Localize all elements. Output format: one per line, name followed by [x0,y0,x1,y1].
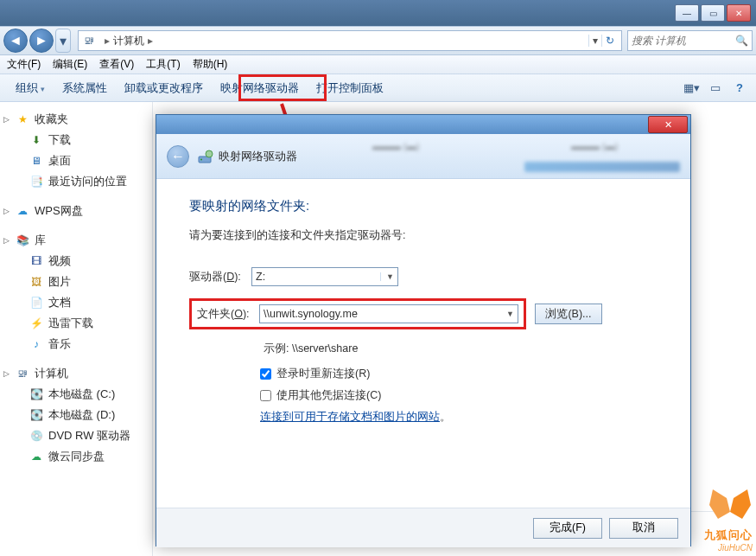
documents-icon: 📄 [29,296,43,310]
finish-button[interactable]: 完成(F) [533,518,602,539]
menu-edit[interactable]: 编辑(E) [53,57,87,72]
othercred-checkbox[interactable] [260,390,271,401]
chevron-down-icon: ▼ [506,310,514,318]
hdd-icon: 💽 [29,387,43,401]
svg-marker-10 [730,489,751,519]
library-icon: 📚 [16,233,29,247]
svg-point-7 [206,150,213,157]
menu-help[interactable]: 帮助(H) [193,57,228,72]
window-titlebar: — ▭ ✕ [0,0,756,26]
chevron-down-icon: ▼ [380,272,394,281]
hdd-icon: 💽 [29,408,43,422]
computer-icon: 🖳 [82,34,96,48]
nav-history-button[interactable]: ▾ [55,29,71,53]
svg-point-8 [200,158,202,160]
map-network-drive-button[interactable]: 映射网络驱动器 [212,77,308,99]
dialog-body: 要映射的网络文件夹: 请为要连接到的连接和文件夹指定驱动器号: 驱动器(D): … [156,179,690,508]
menu-tools[interactable]: 工具(T) [146,57,180,72]
chevron-right-icon: ▸ [148,35,153,47]
sidebar-item-documents[interactable]: 📄文档 [0,292,152,313]
sidebar-libraries-header[interactable]: ▷📚库 [0,230,152,251]
help-icon[interactable]: ? [730,79,749,98]
network-drive-icon [198,149,213,164]
view-mode-icon[interactable]: ▦▾ [682,79,701,98]
menu-file[interactable]: 文件(F) [7,57,41,72]
system-properties-button[interactable]: 系统属性 [54,77,116,99]
nav-bar: ◄ ► ▾ 🖳 ▸ 计算机 ▸ ▾ ↻ 搜索 计算机 🔍 [0,26,756,55]
reconnect-label: 登录时重新连接(R) [276,367,370,381]
map-network-drive-dialog: ✕ ← 映射网络驱动器 ▬▬▬ (▬) ▬▬▬ (▬) 要映射的网络文件夹: 请… [156,114,691,546]
refresh-icon[interactable]: ↻ [601,35,618,47]
example-text: 示例: \\server\share [264,342,663,356]
cloud-sync-icon: ☁ [29,450,43,463]
watermark-sub: JiuHuCN [704,543,753,553]
sidebar-computer-header[interactable]: ▷🖳计算机 [0,363,152,384]
dialog-close-button[interactable]: ✕ [648,116,688,133]
address-dropdown-icon[interactable]: ▾ [588,35,601,47]
folder-row: 文件夹(O): \\unwit.synology.me ▼ 浏览(B)... [189,298,663,329]
open-control-panel-button[interactable]: 打开控制面板 [308,77,392,99]
address-bar[interactable]: 🖳 ▸ 计算机 ▸ ▾ ↻ [78,30,622,51]
pictures-icon: 🖼 [29,275,43,289]
breadcrumb-computer[interactable]: 计算机 [113,34,144,48]
sidebar-item-dvd[interactable]: 💿DVD RW 驱动器 [0,425,152,446]
sidebar-item-desktop[interactable]: 🖥桌面 [0,150,152,171]
maximize-button[interactable]: ▭ [701,4,725,22]
dialog-description: 请为要连接到的连接和文件夹指定驱动器号: [189,228,663,243]
sidebar-item-downloads[interactable]: ⬇下载 [0,130,152,150]
sidebar-item-videos[interactable]: 🎞视频 [0,251,152,272]
svg-marker-9 [709,489,730,519]
folder-value: \\unwit.synology.me [264,308,358,320]
dialog-back-button[interactable]: ← [167,145,189,168]
sidebar-item-recent[interactable]: 📑最近访问的位置 [0,171,152,192]
dialog-titlebar[interactable]: ✕ [156,115,690,134]
drive-label: 驱动器(D): [189,270,251,284]
sidebar-item-drive-c[interactable]: 💽本地磁盘 (C:) [0,384,152,405]
link-row: 连接到可用于存储文档和图片的网站。 [260,410,663,425]
annotation-highlight-folder: 文件夹(O): \\unwit.synology.me ▼ [189,298,526,329]
sidebar-wps-header[interactable]: ▷☁WPS网盘 [0,201,152,221]
sidebar-item-pictures[interactable]: 🖼图片 [0,272,152,292]
folder-input[interactable]: \\unwit.synology.me ▼ [259,304,518,323]
chevron-right-icon: ▸ [105,35,110,47]
drive-value: Z: [256,271,265,283]
reconnect-checkbox-row: 登录时重新连接(R) [260,367,663,381]
recent-icon: 📑 [29,175,43,189]
reconnect-checkbox[interactable] [260,368,271,380]
forward-button[interactable]: ► [29,29,54,53]
command-bar: 组织 系统属性 卸载或更改程序 映射网络驱动器 打开控制面板 ▦▾ ▭ ? [0,74,756,102]
sidebar-item-drive-d[interactable]: 💽本地磁盘 (D:) [0,405,152,425]
dialog-footer: 完成(F) 取消 [156,508,690,547]
organize-button[interactable]: 组织 [7,77,54,99]
cloud-icon: ☁ [16,204,29,218]
cancel-button[interactable]: 取消 [609,518,678,539]
preview-pane-icon[interactable]: ▭ [706,79,725,98]
favorites-icon: ★ [16,112,29,126]
minimize-button[interactable]: — [675,4,699,22]
othercred-checkbox-row: 使用其他凭据连接(C) [260,388,663,403]
search-placeholder: 搜索 计算机 [632,34,686,48]
menu-bar: 文件(F) 编辑(E) 查看(V) 工具(T) 帮助(H) [0,55,756,74]
drive-select[interactable]: Z: ▼ [251,267,398,286]
menu-view[interactable]: 查看(V) [99,57,134,72]
watermark: 九狐问心 JiuHuCN [704,486,753,553]
uninstall-programs-button[interactable]: 卸载或更改程序 [116,77,212,99]
computer-icon: 🖳 [16,367,29,380]
search-icon: 🔍 [735,35,748,47]
browse-button[interactable]: 浏览(B)... [535,304,602,324]
nav-pane: ▷★收藏夹 ⬇下载 🖥桌面 📑最近访问的位置 ▷☁WPS网盘 ▷📚库 🎞视频 🖼… [0,102,153,556]
dialog-heading: 要映射的网络文件夹: [189,198,663,214]
othercred-label: 使用其他凭据连接(C) [276,388,381,403]
sidebar-favorites-header[interactable]: ▷★收藏夹 [0,109,152,130]
sidebar-item-cloud-sync[interactable]: ☁微云同步盘 [0,446,152,467]
desktop-icon: 🖥 [29,154,43,168]
close-button[interactable]: ✕ [727,4,751,22]
connect-website-link[interactable]: 连接到可用于存储文档和图片的网站 [260,411,440,423]
back-button[interactable]: ◄ [3,29,28,53]
download-icon: ⬇ [29,133,43,147]
drive-row: 驱动器(D): Z: ▼ [189,267,663,286]
sidebar-item-thunder[interactable]: ⚡迅雷下载 [0,313,152,334]
sidebar-item-music[interactable]: ♪音乐 [0,334,152,355]
thunder-icon: ⚡ [29,316,43,330]
search-input[interactable]: 搜索 计算机 🔍 [627,30,753,51]
